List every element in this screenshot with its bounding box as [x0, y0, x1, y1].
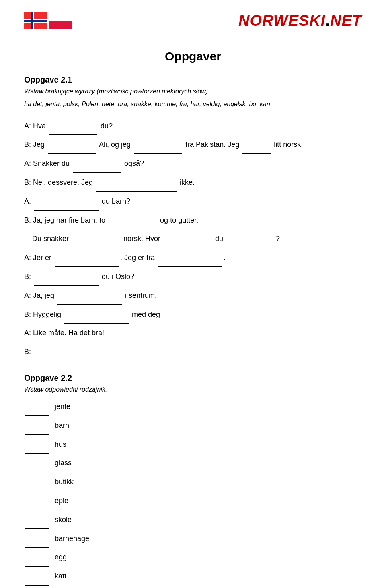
blank-hus[interactable] [25, 453, 49, 454]
line-b1: B: Jeg Ali, og jeg fra Pakistan. Jeg lit… [24, 135, 362, 154]
blank-butikk[interactable] [25, 491, 49, 491]
blank-jente[interactable] [25, 415, 49, 416]
word-egg: egg [55, 548, 67, 567]
flag-norway [24, 12, 47, 29]
logo-dot: . [325, 12, 330, 29]
list-item-butikk: butikk [24, 472, 362, 491]
page: NORWESKI.NET Oppgaver Oppgave 2.1 Wstaw … [0, 0, 386, 588]
word-lampe: lampe [55, 586, 74, 588]
word-barnehage: barnehage [55, 529, 89, 548]
line-a5: A: Ja, jeg i sentrum. [24, 286, 362, 305]
blank-a4b[interactable] [158, 266, 222, 267]
list-item-lampe: lampe [24, 586, 362, 588]
blank-katt[interactable] [25, 585, 49, 586]
word-skole: skole [55, 510, 72, 529]
logo-norweski: NORWESKI [238, 12, 325, 29]
blank-glass[interactable] [25, 472, 49, 472]
word-barn: barn [55, 416, 69, 435]
list-item-glass: glass [24, 454, 362, 472]
flag-poland [49, 12, 72, 29]
section-2-2: Oppgave 2.2 Wstaw odpowiedni rodzajnik. … [24, 373, 362, 588]
line-b4: B: du i Oslo? [24, 267, 362, 286]
blank-b1c[interactable] [242, 153, 271, 154]
header: NORWESKI.NET [24, 12, 362, 33]
line-b2: B: Nei, dessvere. Jeg ikke. [24, 173, 362, 192]
section-2-1-wordlist: ha det, jenta, polsk, Polen, hete, bra, … [24, 99, 362, 109]
flags [24, 12, 72, 29]
blank-b6[interactable] [34, 361, 99, 361]
line-b5: B: Hyggelig med deg [24, 305, 362, 324]
blank-egg[interactable] [25, 566, 49, 567]
section-2-1: Oppgave 2.1 Wstaw brakujące wyrazy (możl… [24, 75, 362, 361]
line-b3b: Du snakker norsk. Hvor du ? [24, 229, 362, 248]
line-a2: A: Snakker du også? [24, 154, 362, 173]
logo-net: NET [330, 12, 362, 29]
blank-barn[interactable] [25, 434, 49, 435]
word-list-block: jente barn hus glass butikk eple [24, 397, 362, 588]
list-item-barnehage: barnehage [24, 529, 362, 548]
list-item-skole: skole [24, 510, 362, 529]
word-glass: glass [55, 454, 72, 472]
word-hus: hus [55, 435, 66, 454]
line-a4: A: Jer er . Jeg er fra . [24, 248, 362, 267]
list-item-katt: katt [24, 567, 362, 586]
line-a3: A: du barn? [24, 192, 362, 211]
word-jente: jente [55, 397, 70, 416]
line-b6: B: [24, 342, 362, 361]
section-2-2-instruction: Wstaw odpowiedni rodzajnik. [24, 386, 362, 393]
word-katt: katt [55, 567, 66, 586]
blank-b3d[interactable] [226, 248, 275, 248]
blank-skole[interactable] [25, 528, 49, 529]
list-item-jente: jente [24, 397, 362, 416]
line-a1-prefix: A: Hva du? [24, 122, 113, 130]
logo: NORWESKI.NET [238, 12, 362, 29]
exercise-block-1: A: Hva du? B: Jeg Ali, og jeg fra Pakist… [24, 117, 362, 361]
line-a6: A: Like måte. Ha det bra! [24, 324, 362, 342]
page-title: Oppgaver [24, 50, 362, 63]
section-2-2-heading: Oppgave 2.2 [24, 373, 362, 383]
list-item-hus: hus [24, 435, 362, 454]
word-butikk: butikk [55, 472, 74, 491]
list-item-barn: barn [24, 416, 362, 435]
line-b3: B: Ja, jeg har fire barn, to og to gutte… [24, 211, 362, 230]
word-eple: eple [55, 491, 68, 510]
blank-barnehage[interactable] [25, 547, 49, 548]
blank-eple[interactable] [25, 510, 49, 510]
line-a1: A: Hva du? [24, 117, 362, 136]
list-item-egg: egg [24, 548, 362, 567]
section-2-1-instruction: Wstaw brakujące wyrazy (możliwość powtór… [24, 88, 362, 95]
list-item-eple: eple [24, 491, 362, 510]
section-2-1-heading: Oppgave 2.1 [24, 75, 362, 85]
